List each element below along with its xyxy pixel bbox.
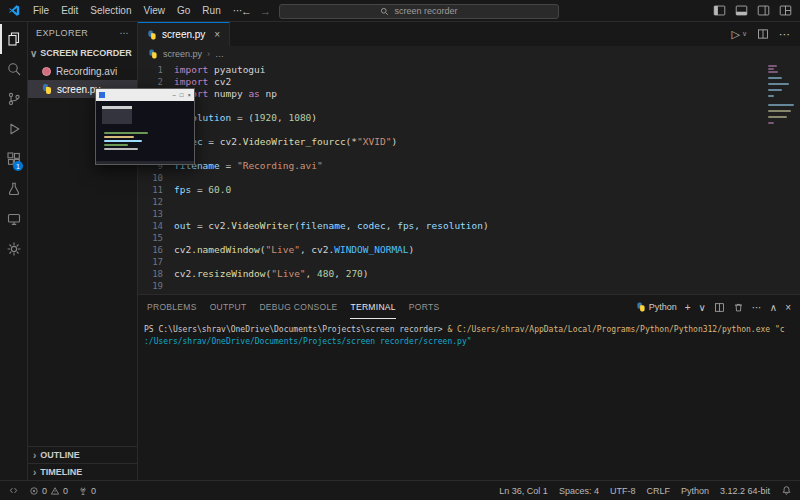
toggle-panel-icon[interactable] xyxy=(735,4,748,17)
minimap[interactable] xyxy=(768,65,796,125)
code-token: = cv2. xyxy=(191,220,231,231)
code-line[interactable] xyxy=(174,196,800,208)
menu-go[interactable]: Go xyxy=(171,0,196,22)
panel-more-actions[interactable]: ⋯ xyxy=(752,302,762,313)
code-token: "XVID" xyxy=(357,136,391,147)
code-line[interactable]: import numpy as np xyxy=(174,88,800,100)
maximize-panel-button[interactable]: ∧ xyxy=(770,302,777,313)
language-mode[interactable]: Python xyxy=(681,486,709,496)
indentation-setting[interactable]: Spaces: 4 xyxy=(559,486,599,496)
preview-maximize-button[interactable]: □ xyxy=(180,92,184,98)
code-line[interactable]: cv2.namedWindow("Live", cv2.WINDOW_NORMA… xyxy=(174,244,800,256)
terminal-output[interactable]: PS C:\Users\shrav\OneDrive\Documents\Pro… xyxy=(138,319,800,480)
menu-selection[interactable]: Selection xyxy=(84,0,137,22)
terminal-profile-selector[interactable]: Python xyxy=(636,302,677,312)
activity-search[interactable] xyxy=(0,54,27,84)
activity-remote-explorer[interactable] xyxy=(0,204,27,234)
code-token: , xyxy=(277,112,288,123)
breadcrumb-file[interactable]: screen.py xyxy=(163,49,202,59)
activity-source-control[interactable] xyxy=(0,84,27,114)
code-line[interactable]: out = cv2.VideoWriter(filename, codec, f… xyxy=(174,220,800,232)
code-line[interactable] xyxy=(174,280,800,292)
title-bar: FileEditSelectionViewGoRun⋯ ← → screen r… xyxy=(0,0,800,22)
code-line[interactable]: resolution = (1920, 1080) xyxy=(174,112,800,124)
activity-run-debug[interactable] xyxy=(0,114,27,144)
minimap-line xyxy=(768,77,782,79)
panel-tab-output[interactable]: OUTPUT xyxy=(210,295,247,319)
menu-edit[interactable]: Edit xyxy=(55,0,84,22)
source-control-icon xyxy=(6,91,22,107)
menu-run[interactable]: Run xyxy=(196,0,226,22)
code-line[interactable] xyxy=(174,148,800,160)
timeline-section[interactable]: › TIMELINE xyxy=(28,463,137,480)
code-line[interactable]: fps = 60.0 xyxy=(174,184,800,196)
split-editor-button[interactable] xyxy=(757,28,769,40)
code-line[interactable]: while True: xyxy=(174,292,800,294)
preview-taskbar-strip xyxy=(96,161,194,164)
live-preview-window[interactable]: – □ × xyxy=(95,88,195,165)
encoding-setting[interactable]: UTF-8 xyxy=(610,486,636,496)
code-line[interactable] xyxy=(174,232,800,244)
panel-tab-problems[interactable]: PROBLEMS xyxy=(147,295,197,319)
menu-file[interactable]: File xyxy=(27,0,55,22)
code-line[interactable] xyxy=(174,100,800,112)
toggle-sidebar-icon[interactable] xyxy=(713,4,726,17)
code-line[interactable] xyxy=(174,124,800,136)
command-center-search[interactable]: screen recorder xyxy=(279,4,559,19)
preview-window-titlebar[interactable]: – □ × xyxy=(96,89,194,101)
folder-screen-recorder[interactable]: ∨ SCREEN RECORDER xyxy=(28,44,137,62)
close-panel-button[interactable]: × xyxy=(785,302,791,313)
tab-screen-py[interactable]: screen.py × xyxy=(138,22,230,46)
notifications-bell[interactable] xyxy=(781,485,792,496)
customize-layout-icon[interactable] xyxy=(779,4,792,17)
kill-terminal-button[interactable] xyxy=(733,302,744,313)
code-line[interactable]: import pyautogui xyxy=(174,64,800,76)
problems-indicator[interactable]: 0 0 xyxy=(29,486,68,496)
nav-forward-button[interactable]: → xyxy=(260,5,271,17)
cursor-position[interactable]: Ln 36, Col 1 xyxy=(499,486,548,496)
line-number: 17 xyxy=(138,256,163,268)
activity-settings[interactable] xyxy=(0,234,27,264)
code-line[interactable]: codec = cv2.VideoWriter_fourcc(*"XVID") xyxy=(174,136,800,148)
nav-back-button[interactable]: ← xyxy=(241,5,252,17)
outline-section[interactable]: › OUTLINE xyxy=(28,446,137,463)
run-python-file-button[interactable]: ▷∨ xyxy=(731,28,747,41)
timeline-label: TIMELINE xyxy=(40,467,82,477)
eol-setting[interactable]: CRLF xyxy=(646,486,670,496)
ports-indicator[interactable]: 0 xyxy=(78,486,96,496)
activity-extensions[interactable]: 1 xyxy=(0,144,27,174)
python-interpreter[interactable]: 3.12.2 64-bit xyxy=(720,486,770,496)
code-token: import xyxy=(174,64,208,75)
toggle-secondary-sidebar-icon[interactable] xyxy=(757,4,770,17)
tab-close-icon[interactable]: × xyxy=(214,29,220,40)
code-editor[interactable]: 1234567891011121314151617181920 import p… xyxy=(138,62,800,294)
breadcrumb-symbol[interactable]: … xyxy=(215,49,224,59)
activity-testing[interactable] xyxy=(0,174,27,204)
chevron-right-icon: › xyxy=(33,467,36,478)
code-line[interactable]: cv2.resizeWindow("Live", 480, 270) xyxy=(174,268,800,280)
file-recording-avi[interactable]: Recording.avi xyxy=(28,62,137,80)
split-terminal-button[interactable] xyxy=(714,302,725,313)
code-line[interactable] xyxy=(174,208,800,220)
menu-view[interactable]: View xyxy=(138,0,172,22)
panel-tab-terminal[interactable]: TERMINAL xyxy=(350,295,395,319)
panel-tab-ports[interactable]: PORTS xyxy=(409,295,440,319)
panel-tab-debug-console[interactable]: DEBUG CONSOLE xyxy=(259,295,337,319)
preview-minimize-button[interactable]: – xyxy=(173,92,176,98)
code-line[interactable]: import cv2 xyxy=(174,76,800,88)
line-number: 14 xyxy=(138,220,163,232)
code-line[interactable] xyxy=(174,172,800,184)
code-token: ) xyxy=(409,244,415,255)
error-icon xyxy=(29,486,39,496)
activity-explorer[interactable] xyxy=(0,24,27,54)
preview-close-button[interactable]: × xyxy=(187,92,191,98)
explorer-more-icon[interactable]: ⋯ xyxy=(120,28,129,38)
minimap-line xyxy=(768,116,787,118)
minimap-line xyxy=(768,65,777,67)
editor-more-actions[interactable]: ⋯ xyxy=(779,28,790,41)
code-line[interactable] xyxy=(174,256,800,268)
code-line[interactable]: filename = "Recording.avi" xyxy=(174,160,800,172)
new-terminal-button[interactable]: + xyxy=(685,302,691,313)
terminal-dropdown-icon[interactable]: ∨ xyxy=(699,302,706,313)
remote-indicator[interactable] xyxy=(8,485,19,496)
